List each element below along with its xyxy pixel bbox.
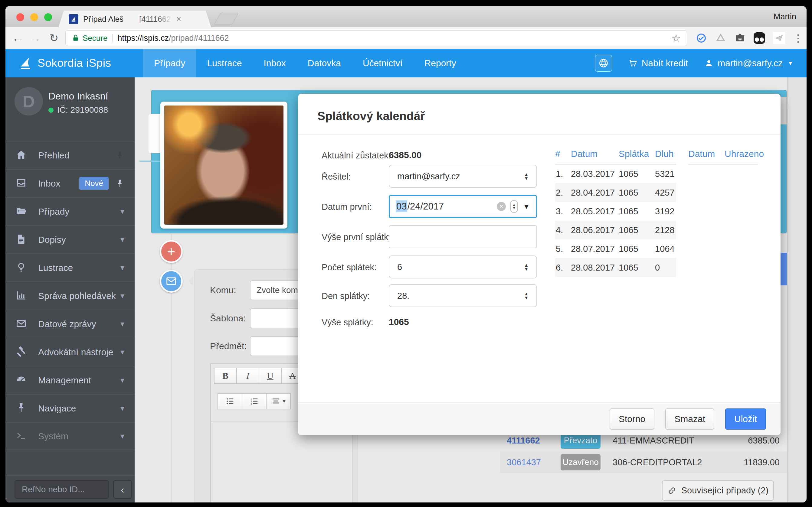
org-profile: D Demo Inkasní IČ: 29190088 — [5, 77, 135, 141]
case-id-link[interactable]: 4111662 — [500, 436, 561, 446]
pin-icon[interactable] — [115, 151, 124, 160]
amount-value: 1065 — [389, 317, 409, 327]
sidebar-item-inbox[interactable]: InboxNové — [5, 169, 135, 197]
reload-icon[interactable]: ↻ — [45, 32, 63, 45]
sidebar-item-p-pady[interactable]: Případy▾ — [5, 197, 135, 225]
paper-plane-icon[interactable] — [773, 32, 785, 44]
org-ic-number: IČ: 29190088 — [57, 105, 108, 115]
email-event-button[interactable] — [160, 270, 183, 293]
chevron-down-icon: ▾ — [120, 347, 124, 357]
schedule-row: 4.28.06.201710652128 — [555, 221, 676, 239]
chrome-profile-name[interactable]: Martin — [773, 12, 796, 21]
pocket-icon[interactable] — [754, 32, 765, 44]
first-amount-input[interactable] — [389, 225, 537, 248]
subject-label: Předmět: — [210, 341, 247, 351]
related-cases-button[interactable]: Související případy (2) — [662, 481, 774, 501]
chevron-down-icon: ▾ — [120, 432, 124, 441]
traffic-lights — [16, 13, 52, 21]
align-button[interactable]: ▾ — [266, 393, 291, 409]
case-id-link[interactable]: 3061437 — [500, 457, 561, 467]
date-spinner-icon[interactable]: ▲▼ — [510, 200, 518, 213]
count-label: Počet splátek: — [321, 263, 377, 272]
close-window-button[interactable] — [16, 13, 24, 21]
inbox-icon — [16, 177, 28, 189]
sidebar-item-management[interactable]: Management▾ — [5, 366, 135, 394]
nav-item-reporty[interactable]: Reporty — [414, 49, 467, 77]
cancel-button[interactable]: Storno — [610, 408, 654, 430]
sidebar-item-spr-va-pohled-vek[interactable]: Správa pohledávek▾ — [5, 281, 135, 309]
nav-item-případy[interactable]: Případy — [143, 49, 196, 77]
lock-icon — [72, 34, 80, 42]
bookmark-star-icon[interactable]: ☆ — [672, 32, 681, 44]
italic-button[interactable]: I — [236, 368, 259, 384]
datepicker-dropdown-icon[interactable]: ▼ — [523, 202, 530, 211]
org-avatar: D — [14, 87, 43, 115]
nav-item-datovka[interactable]: Datovka — [297, 49, 352, 77]
back-icon[interactable]: ← — [8, 32, 27, 45]
related-case-row: 3061437Uzavřeno306-CREDITPORTAL211839.00 — [500, 451, 787, 473]
ordered-list-button[interactable]: 123 — [242, 393, 266, 409]
sidebar-item-dopisy[interactable]: Dopisy▾ — [5, 225, 135, 253]
balance-label: Aktuální zůstatek: — [321, 151, 391, 161]
nav-item-lustrace[interactable]: Lustrace — [196, 49, 253, 77]
sidebar-item-p-ehled[interactable]: Přehled — [5, 141, 135, 169]
day-select[interactable]: 28. ▲▼ — [389, 284, 537, 307]
gavel-icon — [16, 346, 28, 358]
inbox-app-icon[interactable] — [734, 32, 746, 44]
first-date-input[interactable]: 03/24/2017 × ▲▼ ▼ — [389, 195, 537, 218]
schedule-table: #DatumSplátkaDluh 1.28.03.2017106553212.… — [555, 149, 676, 277]
tab-close-icon[interactable]: × — [176, 14, 181, 24]
underline-button[interactable]: U — [259, 368, 282, 384]
count-select[interactable]: 6 ▲▼ — [389, 256, 537, 278]
app-brand[interactable]: Sokordia iSpis — [5, 49, 135, 77]
zoom-window-button[interactable] — [44, 13, 52, 21]
address-bar[interactable]: Secure https://ispis.cz /pripad#4111662 … — [65, 30, 687, 46]
sidebar-item-navigace[interactable]: Navigace▾ — [5, 394, 135, 422]
unordered-list-button[interactable] — [217, 393, 242, 409]
drive-icon[interactable] — [715, 32, 726, 44]
date-selected-segment: 03 — [396, 201, 407, 212]
refno-search-input[interactable]: RefNo nebo ID... — [14, 480, 109, 499]
pin-icon[interactable] — [115, 179, 124, 188]
nav-item-inbox[interactable]: Inbox — [253, 49, 297, 77]
sidebar-item-syst-m[interactable]: Systém▾ — [5, 422, 135, 450]
related-cases-label: Související případy (2) — [681, 486, 769, 496]
save-button[interactable]: Uložit — [725, 408, 766, 430]
case-ref: 306-CREDITPORTAL2 — [613, 457, 735, 467]
debtor-photo[interactable] — [160, 102, 288, 229]
chevron-down-icon: ▾ — [120, 404, 124, 413]
schedule-col-header: Datum — [571, 149, 619, 159]
sidebar-item-advok-tn-n-stroje[interactable]: Advokátní nástroje▾ — [5, 338, 135, 366]
new-tab-button[interactable] — [214, 13, 238, 25]
browser-window: Případ Aleš [4111662 × Martin ← → ↻ Secu… — [5, 6, 807, 502]
main-menu: PřípadyLustraceInboxDatovkaÚčetnictvíRep… — [143, 49, 467, 77]
chart-icon — [16, 290, 28, 302]
bold-button[interactable]: B — [214, 368, 237, 384]
sidebar-item-lustrace[interactable]: Lustrace▾ — [5, 253, 135, 281]
browser-menu-icon[interactable]: ⋮ — [793, 32, 803, 44]
folder-icon — [16, 206, 28, 218]
delete-button[interactable]: Smazat — [665, 408, 714, 430]
chevron-down-icon: ▾ — [283, 398, 285, 404]
sidebar-item-datov-zpr-vy[interactable]: Datové zprávy▾ — [5, 309, 135, 338]
user-menu[interactable]: martin@sarfy.cz ▾ — [704, 58, 792, 68]
case-amount: 11839.00 — [735, 457, 787, 467]
add-event-button[interactable]: + — [160, 240, 183, 263]
modal-footer: Storno Smazat Uložit — [298, 402, 780, 435]
extension-check-icon[interactable] — [696, 32, 707, 44]
minimize-window-button[interactable] — [30, 13, 38, 21]
forward-icon[interactable]: → — [27, 32, 45, 45]
language-globe-button[interactable] — [595, 55, 612, 72]
schedule-col-header: Dluh — [655, 149, 676, 159]
sidebar-collapse-button[interactable]: ‹ — [113, 480, 132, 499]
user-email: martin@sarfy.cz — [718, 58, 783, 68]
credit-button[interactable]: Nabít kredit — [628, 58, 688, 68]
new-badge: Nové — [79, 177, 109, 190]
nav-item-účetnictví[interactable]: Účetnictví — [352, 49, 414, 77]
browser-tab[interactable]: Případ Aleš [4111662 × — [58, 11, 211, 27]
payments-table: DatumUhrazeno — [688, 149, 758, 164]
template-label: Šablona: — [210, 313, 246, 324]
first-date-label: Datum první: — [321, 202, 372, 212]
solver-select[interactable]: martin@sarfy.cz ▲▼ — [389, 165, 537, 188]
clear-icon[interactable]: × — [497, 202, 506, 211]
